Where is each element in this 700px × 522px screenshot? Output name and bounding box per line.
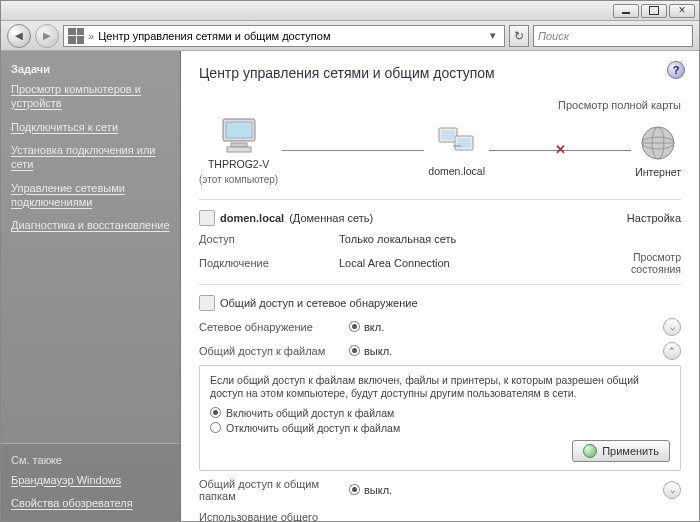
access-label: Доступ [199,233,339,245]
network-name: domen.local [220,212,284,224]
network-icon [435,124,479,162]
fileshare-expanded-panel: Если общий доступ к файлам включен, файл… [199,365,681,471]
network-type: (Доменная сеть) [289,212,373,224]
close-button[interactable] [669,4,695,18]
fileshare-enable-option[interactable]: Включить общий доступ к файлам [210,407,670,419]
svg-rect-2 [231,143,247,147]
main-panel: ? Центр управления сетями и общим доступ… [181,51,699,521]
access-value: Только локальная сеть [339,233,681,245]
fileshare-disable-option[interactable]: Отключить общий доступ к файлам [210,422,670,434]
task-manage-connections[interactable]: Управление сетевыми подключениями [11,182,170,210]
customize-link[interactable]: Настройка [627,212,681,224]
view-status-link[interactable]: Просмотр состояния [601,251,681,275]
svg-rect-1 [226,122,252,138]
see-also-ie-options[interactable]: Свойства обозревателя [11,497,170,511]
see-also-firewall[interactable]: Брандмауэр Windows [11,474,170,488]
fileshare-on-label: Включить общий доступ к файлам [226,407,394,419]
node-internet[interactable]: Интернет [635,123,681,179]
apply-button[interactable]: Применить [572,440,670,462]
back-button[interactable]: ◄ [7,24,31,48]
node-domain[interactable]: domen.local [428,124,485,178]
computer-icon [217,117,261,155]
task-connect-network[interactable]: Подключиться к сети [11,121,170,135]
task-diagnose[interactable]: Диагностика и восстановление [11,219,170,233]
shield-icon [583,444,597,458]
task-view-computers[interactable]: Просмотр компьютеров и устройств [11,83,170,111]
radio-icon [210,407,221,418]
fileshare-collapse[interactable]: ⌃ [663,342,681,360]
discovery-value: вкл. [364,321,384,333]
search-placeholder: Поиск [538,30,569,42]
minimize-button[interactable] [613,4,639,18]
page-title: Центр управления сетями и общим доступом [199,65,681,81]
svg-rect-3 [227,147,251,152]
address-dropdown-icon[interactable]: ▾ [486,29,500,42]
search-input[interactable]: Поиск [533,25,693,47]
maximize-button[interactable] [641,4,667,18]
network-map: THPROG2-V (этот компьютер) domen.local [199,117,681,185]
public-expand[interactable]: ⌵ [663,481,681,499]
discovery-expand[interactable]: ⌵ [663,318,681,336]
sharing-icon [199,295,215,311]
nav-toolbar: ◄ ► » Центр управления сетями и общим до… [1,21,699,51]
radio-icon [210,422,221,433]
control-panel-icon [68,28,84,44]
discovery-label: Сетевое обнаружение [199,321,349,333]
connection-value: Local Area Connection [339,257,601,269]
task-setup-connection[interactable]: Установка подключения или сети [11,144,170,172]
see-also-header: См. также [11,454,170,466]
sharing-section: Общий доступ и сетевое обнаружение Сетев… [199,284,681,521]
tasks-header: Задачи [11,63,170,75]
content-area: Задачи Просмотр компьютеров и устройств … [1,51,699,521]
network-category-icon [199,210,215,226]
fileshare-label: Общий доступ к файлам [199,345,349,357]
node-domain-name: domen.local [428,165,485,178]
forward-button[interactable]: ► [35,24,59,48]
sharing-header: Общий доступ и сетевое обнаружение [220,297,418,309]
discovery-radio-icon [349,321,360,332]
node-pc-sub: (этот компьютер) [199,174,278,185]
use-share-label: Использование общего [199,511,349,521]
address-bar[interactable]: » Центр управления сетями и общим доступ… [63,25,505,47]
public-share-value: выкл. [364,484,392,496]
refresh-button[interactable]: ↻ [509,25,529,47]
help-icon[interactable]: ? [667,61,685,79]
svg-rect-6 [441,130,455,140]
network-section: domen.local (Доменная сеть) Настройка До… [199,199,681,284]
tasks-sidebar: Задачи Просмотр компьютеров и устройств … [1,51,181,521]
fileshare-description: Если общий доступ к файлам включен, файл… [210,374,670,401]
node-internet-name: Интернет [635,166,681,179]
connection-label: Подключение [199,257,339,269]
titlebar [1,1,699,21]
globe-icon [638,123,678,163]
fileshare-value: выкл. [364,345,392,357]
fileshare-off-label: Отключить общий доступ к файлам [226,422,400,434]
fileshare-radio-icon [349,345,360,356]
view-full-map-link[interactable]: Просмотр полной карты [199,99,681,111]
window-frame: ◄ ► » Центр управления сетями и общим до… [0,0,700,522]
address-text: Центр управления сетями и общим доступом [98,30,330,42]
apply-label: Применить [602,445,659,457]
public-share-label: Общий доступ к общим папкам [199,478,349,502]
node-this-pc[interactable]: THPROG2-V (этот компьютер) [199,117,278,185]
public-radio-icon [349,484,360,495]
node-pc-name: THPROG2-V [208,158,269,171]
